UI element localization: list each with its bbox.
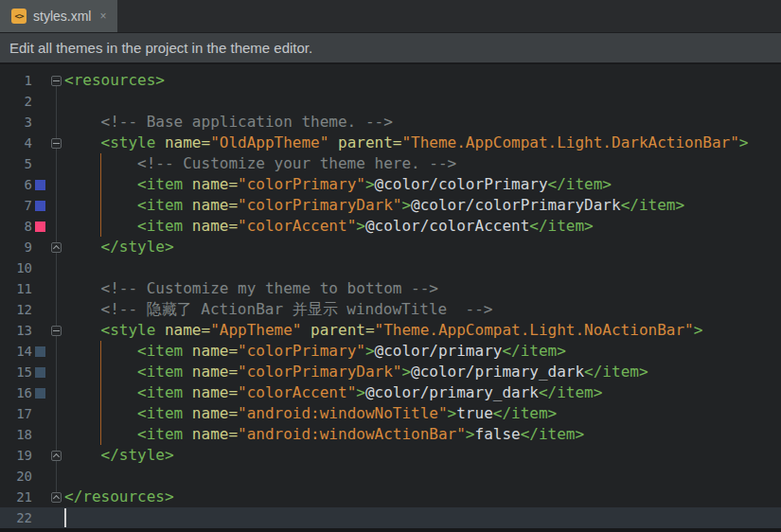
tab-close-icon[interactable]: × xyxy=(98,10,106,22)
code-editor[interactable]: 1<resources>23 <!-- Base application the… xyxy=(0,64,781,532)
code-line[interactable]: 1<resources> xyxy=(0,70,781,91)
gutter: 21 xyxy=(0,487,64,507)
code-line[interactable]: 6 <item name="colorPrimary">@color/color… xyxy=(0,174,781,195)
gutter: 14 xyxy=(0,341,64,362)
code-text[interactable]: <item name="colorPrimaryDark">@color/col… xyxy=(64,195,684,216)
code-text[interactable]: <item name="colorPrimary">@color/colorPr… xyxy=(64,174,612,195)
line-number: 5 xyxy=(0,153,32,174)
text-caret xyxy=(64,508,66,527)
code-text[interactable]: </resources> xyxy=(64,487,174,507)
code-line[interactable]: 4 <style name="OldAppTheme" parent="Them… xyxy=(0,133,781,153)
fold-marker-icon[interactable] xyxy=(51,138,62,149)
line-number: 9 xyxy=(0,237,32,257)
notification-message: Edit all themes in the project in the th… xyxy=(9,40,312,56)
line-number: 4 xyxy=(0,133,32,153)
fold-marker-icon[interactable] xyxy=(51,76,62,86)
code-line[interactable]: 9 </style> xyxy=(0,237,781,257)
code-text[interactable]: <!-- Base application theme. --> xyxy=(64,112,393,133)
code-line[interactable]: 3 <!-- Base application theme. --> xyxy=(0,112,781,133)
gutter: 11 xyxy=(0,278,64,299)
line-number: 12 xyxy=(0,299,32,320)
editor-tab-bar: <> styles.xml × xyxy=(0,0,781,33)
code-line[interactable]: 21</resources> xyxy=(0,487,781,507)
gutter: 2 xyxy=(0,91,64,112)
line-number: 2 xyxy=(0,91,32,112)
notification-bar: Edit all themes in the project in the th… xyxy=(0,33,781,64)
code-text[interactable]: <!-- 隐藏了 ActionBar 并显示 windowTitle --> xyxy=(64,299,492,320)
gutter: 16 xyxy=(0,382,64,403)
line-number: 1 xyxy=(0,70,32,91)
code-line[interactable]: 2 xyxy=(0,91,781,112)
code-text[interactable]: <resources> xyxy=(64,70,165,91)
gutter: 15 xyxy=(0,362,64,382)
code-line[interactable]: 13 <style name="AppTheme" parent="Theme.… xyxy=(0,320,781,341)
ide-window: <> styles.xml × Edit all themes in the p… xyxy=(0,0,781,532)
color-swatch[interactable] xyxy=(35,180,45,190)
fold-marker-icon[interactable] xyxy=(51,492,62,503)
code-text[interactable]: <item name="colorAccent">@color/colorAcc… xyxy=(64,216,594,237)
gutter: 22 xyxy=(0,507,64,528)
gutter: 6 xyxy=(0,174,64,195)
code-line[interactable]: 10 xyxy=(0,257,781,278)
line-number: 8 xyxy=(0,216,32,237)
line-number: 21 xyxy=(0,487,32,507)
code-line[interactable]: 5 <!-- Customize your theme here. --> xyxy=(0,153,781,174)
code-text[interactable]: <item name="colorPrimaryDark">@color/pri… xyxy=(64,362,648,382)
line-number: 6 xyxy=(0,174,32,195)
line-number: 7 xyxy=(0,195,32,216)
color-swatch[interactable] xyxy=(35,367,45,378)
code-line[interactable]: 16 <item name="colorAccent">@color/prima… xyxy=(0,382,781,403)
fold-marker-icon[interactable] xyxy=(51,242,62,253)
code-line[interactable]: 20 xyxy=(0,466,781,487)
line-number: 14 xyxy=(0,341,32,362)
code-text[interactable]: <item name="android:windowActionBar">fal… xyxy=(64,424,584,445)
code-text[interactable]: <item name="colorAccent">@color/primary_… xyxy=(64,382,602,403)
line-number: 16 xyxy=(0,382,32,403)
gutter: 12 xyxy=(0,299,64,320)
gutter: 7 xyxy=(0,195,64,216)
fold-marker-icon[interactable] xyxy=(51,451,62,461)
fold-marker-icon[interactable] xyxy=(51,326,62,336)
code-text[interactable]: <item name="android:windowNoTitle">true<… xyxy=(64,403,557,424)
gutter: 19 xyxy=(0,445,64,466)
gutter: 5 xyxy=(0,153,64,174)
code-lines: 1<resources>23 <!-- Base application the… xyxy=(0,64,781,528)
code-text[interactable]: </style> xyxy=(64,445,174,466)
gutter: 18 xyxy=(0,424,64,445)
color-swatch[interactable] xyxy=(35,201,45,211)
gutter: 8 xyxy=(0,216,64,237)
gutter: 17 xyxy=(0,403,64,424)
tab-styles-xml[interactable]: <> styles.xml × xyxy=(0,0,117,32)
gutter: 10 xyxy=(0,257,64,278)
code-line[interactable]: 12 <!-- 隐藏了 ActionBar 并显示 windowTitle --… xyxy=(0,299,781,320)
code-line[interactable]: 19 </style> xyxy=(0,445,781,466)
code-text[interactable]: <style name="AppTheme" parent="Theme.App… xyxy=(64,320,702,341)
line-number: 18 xyxy=(0,424,32,445)
code-text[interactable]: <item name="colorPrimary">@color/primary… xyxy=(64,341,566,362)
code-line[interactable]: 15 <item name="colorPrimaryDark">@color/… xyxy=(0,362,781,382)
code-line[interactable]: 7 <item name="colorPrimaryDark">@color/c… xyxy=(0,195,781,216)
line-number: 19 xyxy=(0,445,32,466)
gutter: 4 xyxy=(0,133,64,153)
code-line[interactable]: 18 <item name="android:windowActionBar">… xyxy=(0,424,781,445)
editor-bottom-strip xyxy=(0,528,781,532)
color-swatch[interactable] xyxy=(35,222,45,232)
gutter: 9 xyxy=(0,237,64,257)
code-text[interactable]: <!-- Customize my theme to bottom --> xyxy=(64,278,438,299)
code-text[interactable]: <!-- Customize your theme here. --> xyxy=(64,153,456,174)
code-line[interactable]: 22 xyxy=(0,507,781,528)
code-line[interactable]: 17 <item name="android:windowNoTitle">tr… xyxy=(0,403,781,424)
color-swatch[interactable] xyxy=(35,388,45,399)
line-number: 11 xyxy=(0,278,32,299)
line-number: 15 xyxy=(0,362,32,382)
code-text[interactable]: </style> xyxy=(64,237,174,257)
code-line[interactable]: 8 <item name="colorAccent">@color/colorA… xyxy=(0,216,781,237)
code-line[interactable]: 11 <!-- Customize my theme to bottom --> xyxy=(0,278,781,299)
gutter: 13 xyxy=(0,320,64,341)
code-text[interactable]: <style name="OldAppTheme" parent="Theme.… xyxy=(64,133,749,153)
xml-file-icon: <> xyxy=(11,9,27,24)
gutter: 1 xyxy=(0,70,64,91)
code-line[interactable]: 14 <item name="colorPrimary">@color/prim… xyxy=(0,341,781,362)
line-number: 10 xyxy=(0,257,32,278)
color-swatch[interactable] xyxy=(35,346,45,357)
